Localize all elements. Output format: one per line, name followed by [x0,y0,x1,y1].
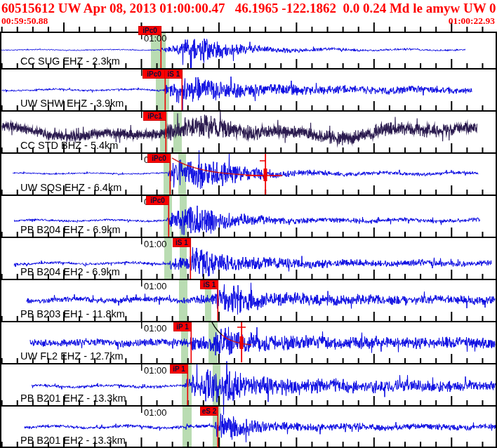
trace-row-6[interactable]: 01:00 PB B204 EH2 - 6.9km iS 1 [0,237,497,279]
trace-row-9[interactable]: 01:00 PB B201 EHZ - 13.3km iP 1 [0,364,497,406]
window-end-time: 01:00:22.93 [449,15,495,26]
pick-flag[interactable]: iPc0 [146,196,169,205]
trace-row-5[interactable]: 01:00 PB B204 EHZ - 6.9km iPc0 [0,195,497,237]
station-label: CC STD BHZ - 5.4km [20,140,118,151]
window-time-row: 00:59:50.88 01:00:22.93 [0,15,497,26]
pick-flag[interactable]: iPc0 [143,70,166,79]
trace-row-4[interactable]: 01:00 UW SQS EHZ - 6.4km iPc0 [0,153,497,195]
station-label: UW SQS EHZ - 6.4km [20,183,121,193]
pick-flag[interactable]: iP 1 [173,322,192,331]
station-label: PB B203 EH1 - 11.8km [20,309,125,319]
pick-flag[interactable]: eS 2 [200,407,218,416]
station-label: PB B204 EH2 - 6.9km [20,267,120,277]
pick-flag[interactable]: iPc1 [143,112,166,121]
pick-flag[interactable]: iPc0 [147,154,171,163]
trace-row-10[interactable]: 01:00 PB B201 EH2 - 13.3km eS 2 [0,406,497,448]
minute-label: 01:00 [144,408,167,417]
trace-row-2[interactable]: 01:00 UW SHW EHZ - 3.9km iPc0iS 1 [0,69,497,111]
station-label: PB B201 EHZ - 13.3km [20,393,126,404]
pick-flag[interactable]: iP 1 [170,364,188,374]
minute-label: 01:00 [144,239,167,249]
trace-row-8[interactable]: 01:00 UW FL2 EHZ - 12.7km iP 1 [0,322,497,364]
window-start-time: 00:59:50.88 [1,15,48,26]
pick-flag[interactable]: iS 1 [200,280,218,289]
station-label: PB B204 EHZ - 6.9km [20,225,121,235]
minute-label: 01:00 [144,324,167,333]
trace-row-1[interactable]: 01:00 CC SUG EHZ - 2.3km iPc0 [0,32,497,69]
minute-label: 01:00 [144,282,167,291]
station-label: CC SUG EHZ - 2.3km [20,56,120,67]
trace-row-7[interactable]: 01:00 PB B203 EH1 - 11.8km iS 1 [0,279,497,322]
station-label: UW SHW EHZ - 3.9km [20,98,124,109]
trace-row-3[interactable]: 01:00 CC STD BHZ - 5.4km iPc1 [0,111,497,153]
event-summary: 60515612 UW Apr 08, 2013 01:00:00.47 46.… [1,1,497,15]
station-label: UW FL2 EHZ - 12.7km [20,351,124,362]
trace-rows: 01:00 CC SUG EHZ - 2.3km iPc0 01:00 UW S… [0,0,497,448]
minute-label: 01:00 [144,366,167,375]
event-header: 60515612 UW Apr 08, 2013 01:00:00.47 46.… [0,0,497,32]
pick-flag[interactable]: iS 1 [173,238,191,247]
pick-flag[interactable]: iS 1 [164,70,183,79]
event-title-row: 60515612 UW Apr 08, 2013 01:00:00.47 46.… [0,0,497,15]
station-label: PB B201 EH2 - 13.3km [20,435,126,446]
seismogram-viewer: 60515612 UW Apr 08, 2013 01:00:00.47 46.… [0,0,497,448]
